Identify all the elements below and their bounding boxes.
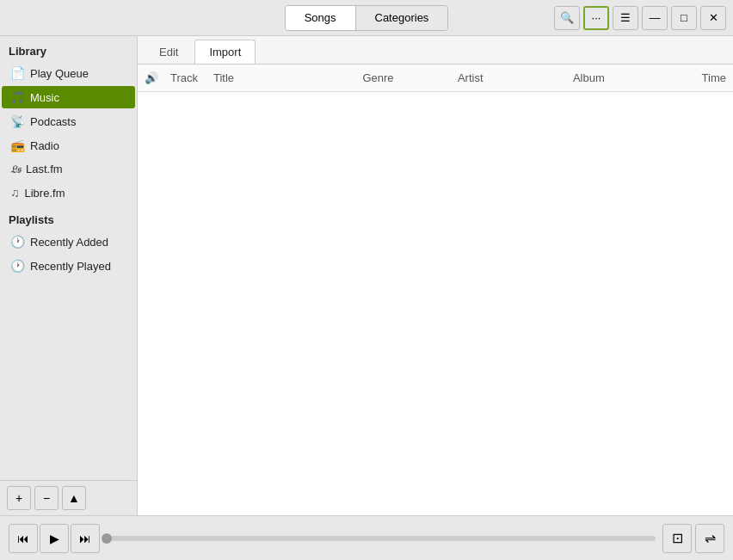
add-playlist-button[interactable]: + (7, 486, 31, 510)
sidebar-bottom-actions: + − ▲ (0, 480, 137, 515)
library-label: Library (0, 36, 137, 61)
sidebar-item-recently-added-label: Recently Added (30, 236, 108, 249)
th-time: Time (681, 70, 733, 86)
sidebar-item-podcasts-label: Podcasts (30, 115, 76, 128)
progress-thumb[interactable] (102, 533, 112, 544)
menu-button[interactable]: ☰ (613, 6, 638, 30)
play-queue-icon: 📄 (10, 66, 25, 80)
radio-icon: 📻 (10, 138, 25, 152)
tab-import[interactable]: Import (194, 40, 256, 64)
remove-playlist-button[interactable]: − (34, 486, 59, 510)
sidebar: Library 📄 Play Queue 🎵 Music 📡 Podcasts … (0, 36, 138, 515)
sidebar-item-recently-added[interactable]: 🕐 Recently Added (2, 231, 135, 253)
sidebar-item-music-label: Music (30, 91, 59, 104)
recently-added-icon: 🕐 (10, 235, 25, 249)
recently-played-icon: 🕐 (10, 259, 25, 273)
tab-categories[interactable]: Categories (356, 6, 448, 30)
sidebar-item-librefm[interactable]: ♫ Libre.fm (2, 182, 135, 204)
playback-controls: ⏮ ▶ ⏭ (9, 524, 100, 553)
content-tabs: Edit Import (138, 36, 733, 65)
shuffle-button[interactable]: ⇌ (695, 524, 724, 553)
th-volume: 🔊 (138, 70, 163, 86)
sidebar-item-recently-played[interactable]: 🕐 Recently Played (2, 255, 135, 277)
main-area: Library 📄 Play Queue 🎵 Music 📡 Podcasts … (0, 36, 733, 515)
sidebar-item-recently-played-label: Recently Played (30, 260, 111, 273)
minimize-button[interactable]: — (642, 6, 668, 30)
sidebar-item-librefm-label: Libre.fm (25, 187, 65, 200)
play-icon: ▶ (50, 532, 59, 545)
up-button[interactable]: ▲ (62, 486, 86, 510)
more-button[interactable]: ··· (583, 6, 609, 30)
ellipsis-icon: ··· (592, 11, 601, 24)
th-track: Track (163, 70, 206, 86)
minimize-icon: — (650, 11, 661, 24)
sidebar-item-lastfm[interactable]: 𝔏𝔰 Last.fm (2, 158, 135, 180)
sidebar-item-play-queue-label: Play Queue (30, 67, 89, 80)
prev-icon: ⏮ (17, 532, 29, 545)
librefm-icon: ♫ (10, 186, 20, 200)
shuffle-icon: ⇌ (705, 530, 716, 546)
restore-icon: □ (681, 11, 687, 24)
next-button[interactable]: ⏭ (71, 524, 100, 553)
search-icon: 🔍 (560, 11, 574, 24)
playlist-icon: ⊡ (672, 530, 683, 546)
main-tabs: Songs Categories (285, 5, 449, 31)
music-icon: 🎵 (10, 90, 25, 104)
table-body (138, 92, 733, 515)
play-button[interactable]: ▶ (40, 524, 69, 553)
th-genre: Genre (355, 70, 450, 86)
prev-button[interactable]: ⏮ (9, 524, 38, 553)
sidebar-item-radio[interactable]: 📻 Radio (2, 134, 135, 157)
sidebar-item-play-queue[interactable]: 📄 Play Queue (2, 62, 135, 84)
volume-icon: 🔊 (145, 71, 158, 84)
tab-songs[interactable]: Songs (286, 6, 356, 30)
playlist-view-button[interactable]: ⊡ (662, 524, 692, 553)
th-album: Album (566, 70, 681, 86)
progress-bar[interactable] (107, 536, 656, 541)
titlebar-actions: 🔍 ··· ☰ — □ ✕ (554, 6, 726, 30)
playback-bar: ⏮ ▶ ⏭ ⊡ ⇌ (0, 515, 733, 560)
hamburger-icon: ☰ (620, 11, 631, 24)
close-button[interactable]: ✕ (700, 6, 726, 30)
next-icon: ⏭ (79, 532, 91, 545)
sidebar-item-music[interactable]: 🎵 Music (2, 86, 135, 108)
th-artist: Artist (451, 70, 566, 86)
table-header: 🔊 Track Title Genre Artist Album Time (138, 65, 733, 92)
playlists-label: Playlists (0, 205, 137, 230)
sidebar-item-lastfm-label: Last.fm (26, 163, 63, 175)
close-icon: ✕ (709, 11, 718, 24)
content-area: Edit Import 🔊 Track Title Genre Artist A… (138, 36, 733, 515)
titlebar: Songs Categories 🔍 ··· ☰ — □ ✕ (0, 0, 733, 36)
search-button[interactable]: 🔍 (554, 6, 580, 30)
lastfm-icon: 𝔏𝔰 (10, 163, 21, 175)
sidebar-item-podcasts[interactable]: 📡 Podcasts (2, 110, 135, 132)
th-title: Title (206, 70, 355, 86)
tab-edit[interactable]: Edit (145, 40, 193, 64)
restore-button[interactable]: □ (671, 6, 697, 30)
podcasts-icon: 📡 (10, 114, 25, 128)
sidebar-item-radio-label: Radio (30, 139, 59, 152)
playback-right-controls: ⊡ ⇌ (662, 524, 724, 553)
